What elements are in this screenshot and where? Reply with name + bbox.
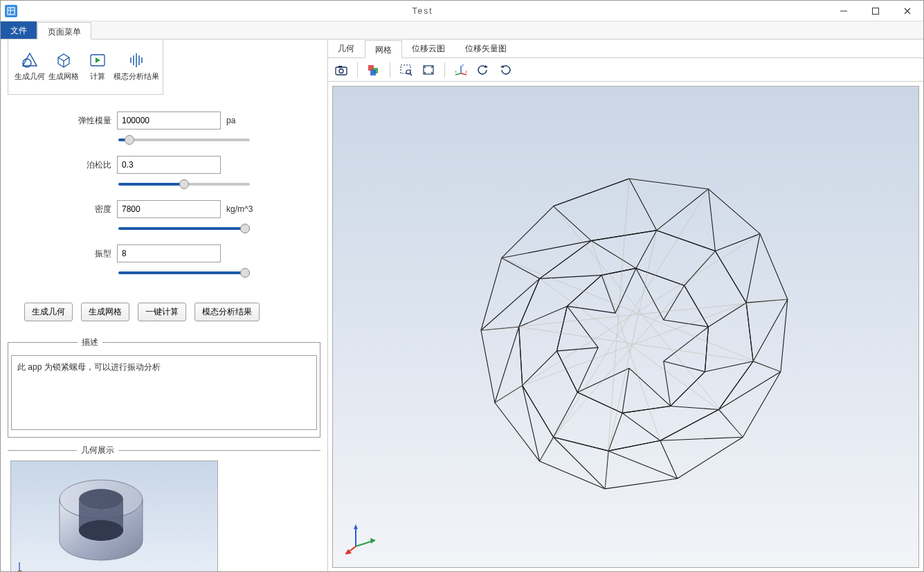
description-fieldset: 描述 此 app 为锁紧螺母，可以进行振动分析 (8, 337, 320, 438)
btn-one-key[interactable]: 一键计算 (138, 303, 186, 321)
ribbon-gen-mesh[interactable]: 生成网格 (46, 42, 80, 91)
geom-preview (10, 461, 218, 572)
menu-tab-page[interactable]: 页面菜单 (37, 22, 91, 39)
svg-rect-24 (401, 65, 410, 73)
btn-gen-mesh[interactable]: 生成网格 (81, 303, 129, 321)
select-icon[interactable] (366, 62, 381, 78)
view-tab-geometry[interactable]: 几何 (328, 39, 365, 57)
rotate-cw-icon[interactable] (498, 62, 513, 78)
ribbon-modal-result[interactable]: 模态分析结果 (114, 42, 158, 91)
svg-point-19 (339, 69, 343, 73)
ribbon-label: 模态分析结果 (114, 71, 159, 82)
ribbon-label: 计算 (90, 71, 105, 82)
svg-text:z: z (462, 64, 464, 67)
left-pane: 生成几何 生成网格 计算 模态分析结果 弹性模量 pa (1, 39, 327, 572)
view-tab-disp-cloud[interactable]: 位移云图 (402, 39, 455, 57)
param-block: 弹性模量 pa 泊松比 密度 kg/m^3 (8, 99, 320, 289)
ribbon-label: 生成网格 (48, 71, 79, 82)
svg-text:y: y (465, 69, 467, 73)
compute-icon (88, 52, 107, 69)
view-tabs: 几何 网格 位移云图 位移矢量图 (328, 39, 923, 58)
param-row-elastic: 弹性模量 pa (8, 111, 320, 129)
svg-rect-2 (873, 8, 879, 14)
svg-rect-23 (370, 70, 376, 75)
viewport[interactable] (332, 86, 919, 568)
ring-geometry-icon (11, 461, 219, 572)
unit-density: kg/m^3 (226, 204, 253, 214)
svg-point-13 (79, 489, 123, 510)
menu-tab-file[interactable]: 文件 (1, 21, 37, 39)
slider-row-mode (8, 267, 320, 289)
zoom-box-icon[interactable] (399, 62, 414, 78)
button-row: 生成几何 生成网格 一键计算 模态分析结果 (8, 289, 320, 330)
app-icon (5, 5, 17, 17)
window-controls (828, 1, 923, 21)
svg-marker-35 (500, 65, 504, 68)
close-button[interactable] (891, 1, 923, 21)
svg-rect-18 (336, 67, 347, 75)
input-elastic[interactable] (117, 111, 221, 129)
maximize-button[interactable] (860, 1, 891, 21)
input-poisson[interactable] (117, 156, 221, 174)
label-mode: 振型 (70, 248, 111, 260)
slider-elastic[interactable] (118, 138, 250, 141)
svg-line-26 (410, 73, 412, 75)
menu-tabs: 文件 页面菜单 (1, 21, 923, 39)
description-legend: 描述 (78, 337, 102, 348)
description-text: 此 app 为锁紧螺母，可以进行振动分析 (11, 355, 317, 430)
rotate-ccw-icon[interactable] (475, 62, 491, 78)
geom-preview-legend: 几何展示 (77, 445, 118, 456)
ribbon: 生成几何 生成网格 计算 模态分析结果 (8, 39, 163, 95)
unit-elastic: pa (226, 116, 235, 125)
right-pane: 几何 网格 位移云图 位移矢量图 zyx (327, 39, 923, 572)
svg-point-14 (79, 520, 123, 541)
main: 生成几何 生成网格 计算 模态分析结果 弹性模量 pa (1, 39, 923, 572)
label-poisson: 泊松比 (70, 159, 111, 171)
label-density: 密度 (70, 204, 111, 215)
svg-marker-37 (354, 524, 358, 529)
view-tab-disp-vector[interactable]: 位移矢量图 (455, 39, 517, 57)
titlebar: Test (1, 1, 923, 21)
mesh-wireframe (333, 87, 918, 567)
svg-marker-39 (370, 538, 376, 544)
slider-row-elastic (8, 134, 320, 156)
view-toolbar: zyx (328, 58, 923, 82)
axis-triad-icon[interactable]: zyx (453, 62, 469, 78)
svg-rect-20 (338, 66, 342, 68)
window-title: Test (17, 6, 828, 16)
axis-triad (345, 520, 380, 555)
slider-row-density (8, 222, 320, 244)
snapshot-icon[interactable] (334, 62, 349, 78)
svg-marker-6 (96, 57, 100, 63)
param-row-density: 密度 kg/m^3 (8, 200, 320, 218)
param-row-poisson: 泊松比 (8, 156, 320, 174)
svg-line-29 (461, 73, 466, 75)
svg-line-30 (455, 73, 461, 75)
slider-mode[interactable] (118, 271, 250, 274)
param-row-mode: 振型 (8, 244, 320, 262)
btn-gen-geom[interactable]: 生成几何 (24, 303, 73, 321)
input-mode[interactable] (117, 244, 221, 262)
slider-row-poisson (8, 178, 320, 200)
ribbon-gen-geom[interactable]: 生成几何 (12, 42, 46, 91)
view-tab-mesh[interactable]: 网格 (365, 40, 402, 58)
modal-icon (127, 52, 146, 69)
mesh-icon (54, 52, 73, 69)
ribbon-label: 生成几何 (15, 71, 45, 82)
geom-icon (20, 52, 39, 69)
svg-marker-34 (484, 65, 488, 68)
svg-line-38 (356, 541, 373, 546)
input-density[interactable] (117, 200, 221, 218)
minimize-button[interactable] (828, 1, 860, 21)
svg-text:x: x (455, 69, 457, 73)
slider-density[interactable] (118, 227, 250, 230)
label-elastic: 弹性模量 (70, 115, 111, 127)
btn-modal-result[interactable]: 模态分析结果 (194, 303, 260, 321)
geom-preview-fieldset: 几何展示 (8, 445, 320, 572)
ribbon-compute[interactable]: 计算 (80, 42, 114, 91)
svg-rect-0 (8, 8, 15, 15)
slider-poisson[interactable] (118, 183, 250, 186)
zoom-extents-icon[interactable] (421, 62, 436, 78)
